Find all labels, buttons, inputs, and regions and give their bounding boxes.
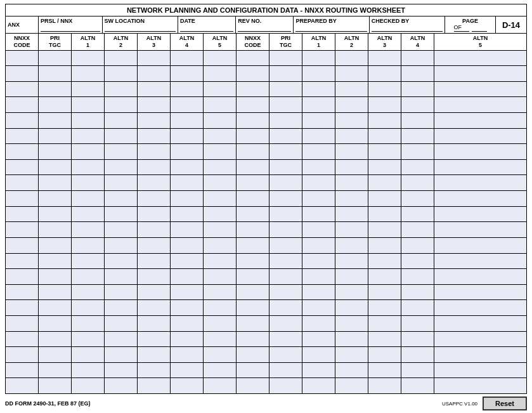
col-header-2: ALTN1 [72,34,105,50]
data-cell [368,175,401,190]
data-cell [6,144,39,159]
data-cell [105,269,138,284]
data-cell [335,113,368,128]
data-cell [171,207,204,222]
data-cell [39,97,72,112]
data-cell [105,332,138,347]
data-cell [105,238,138,253]
data-cell [269,97,302,112]
data-cell [171,238,204,253]
data-cell [204,66,237,81]
data-cell [39,378,72,393]
data-cell [138,129,171,144]
data-cell [269,316,302,331]
data-cell [39,144,72,159]
col-label-bot-11: 3 [383,42,386,49]
data-cell [368,191,401,206]
data-cell [237,347,269,362]
data-cell [401,238,434,253]
data-cell [302,316,335,331]
data-cell [237,269,269,284]
data-cell [269,254,302,269]
data-cell [401,254,434,269]
data-cell [105,51,138,66]
data-cell [204,316,237,331]
data-cell [171,191,204,206]
title: NETWORK PLANNING AND CONFIGURATION DATA … [5,4,527,16]
data-cell [434,285,526,300]
data-cell [302,300,335,315]
data-cell [368,285,401,300]
data-cell [204,160,237,175]
data-cell [269,269,302,284]
anx-cell: ANX [6,16,39,33]
data-cell [171,97,204,112]
data-cell [269,191,302,206]
data-cell [237,51,269,66]
data-cell [302,175,335,190]
data-cell [269,347,302,362]
revno-value [238,24,291,32]
table-row [6,160,526,176]
data-cell [6,113,39,128]
data-cell [39,129,72,144]
data-cell [335,222,368,237]
data-cell [6,347,39,362]
data-cell [434,207,526,222]
data-cell [302,51,335,66]
data-cell [401,316,434,331]
data-cell [368,363,401,378]
data-cell [105,316,138,331]
data-cell [368,66,401,81]
data-cell [6,82,39,97]
data-cell [269,378,302,393]
data-cell [368,300,401,315]
data-cell [72,207,105,222]
prsl-value [41,24,100,32]
table-row [6,175,526,191]
data-cell [368,160,401,175]
data-cell [204,113,237,128]
data-cell [138,113,171,128]
data-cell [138,254,171,269]
data-cell [269,238,302,253]
data-cell [401,191,434,206]
data-cell [401,82,434,97]
col-label-bot-9: 1 [317,42,320,49]
data-cell [39,191,72,206]
data-cell [6,269,39,284]
col-label-top-7: NNXX [245,35,261,42]
data-cell [269,66,302,81]
data-cell [335,285,368,300]
data-cell [72,363,105,378]
data-cell [171,113,204,128]
col-header-3: ALTN2 [105,34,138,50]
data-cell [105,160,138,175]
data-cell [335,191,368,206]
data-cell [105,378,138,393]
data-cell [72,66,105,81]
col-header-1: PRITGC [39,34,72,50]
data-cell [72,300,105,315]
table-row [6,254,526,270]
data-cell [204,144,237,159]
data-cell [204,129,237,144]
data-cell [269,300,302,315]
data-cell [39,160,72,175]
data-cell [39,269,72,284]
data-cell [269,207,302,222]
data-cell [6,378,39,393]
data-cell [105,129,138,144]
data-cell [237,300,269,315]
prepby-value [295,24,367,32]
data-cell [401,113,434,128]
data-cell [434,175,526,190]
page-label: PAGE [462,18,478,24]
data-cell [138,378,171,393]
data-cell [302,144,335,159]
data-cell [237,332,269,347]
data-cell [237,129,269,144]
reset-button[interactable]: Reset [483,397,527,410]
data-cell [237,82,269,97]
data-cell [302,113,335,128]
